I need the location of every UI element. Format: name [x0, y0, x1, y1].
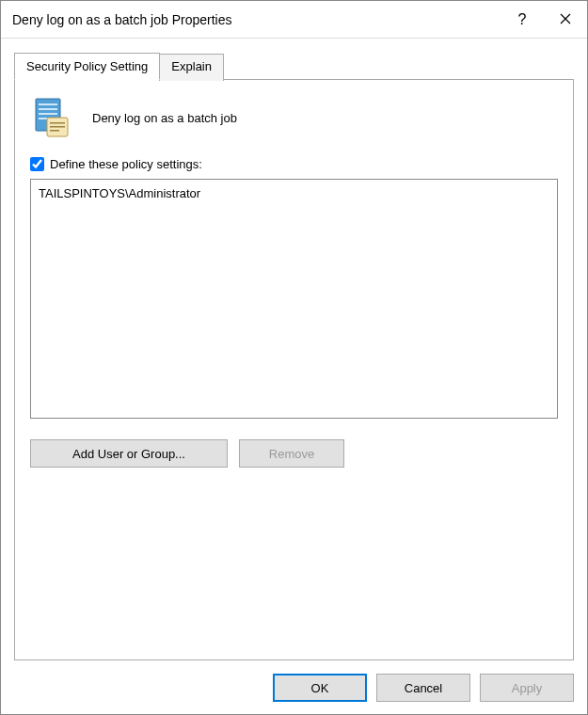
- define-checkbox-row[interactable]: Define these policy settings:: [30, 157, 558, 171]
- apply-button[interactable]: Apply: [480, 674, 574, 702]
- tab-explain[interactable]: Explain: [159, 54, 224, 81]
- window-title: Deny log on as a batch job Properties: [12, 12, 501, 27]
- tabstrip: Security Policy Setting Explain: [14, 52, 574, 79]
- help-button[interactable]: ?: [501, 1, 544, 39]
- define-checkbox-label: Define these policy settings:: [50, 157, 202, 171]
- svg-rect-3: [39, 113, 57, 115]
- dialog-footer: OK Cancel Apply: [1, 661, 587, 714]
- policy-name: Deny log on as a batch job: [92, 111, 237, 125]
- principals-listbox[interactable]: TAILSPINTOYS\Administrator: [30, 179, 558, 419]
- list-item[interactable]: TAILSPINTOYS\Administrator: [39, 185, 549, 201]
- tab-security-policy-setting[interactable]: Security Policy Setting: [14, 53, 160, 80]
- svg-rect-6: [50, 122, 65, 124]
- ok-button[interactable]: OK: [273, 674, 367, 702]
- client-area: Security Policy Setting Explain Deny log…: [1, 39, 587, 661]
- add-user-or-group-button[interactable]: Add User or Group...: [30, 439, 228, 468]
- policy-icon: [30, 95, 75, 140]
- svg-rect-1: [39, 103, 57, 105]
- svg-rect-8: [50, 130, 59, 132]
- svg-rect-7: [50, 126, 65, 128]
- list-buttons-row: Add User or Group... Remove: [30, 439, 558, 468]
- policy-header: Deny log on as a batch job: [30, 95, 558, 140]
- define-checkbox[interactable]: [30, 157, 44, 171]
- titlebar: Deny log on as a batch job Properties ?: [1, 1, 587, 39]
- remove-button[interactable]: Remove: [239, 439, 344, 468]
- svg-rect-2: [39, 108, 57, 110]
- close-button[interactable]: [544, 1, 587, 39]
- tab-panel: Deny log on as a batch job Define these …: [14, 79, 574, 660]
- cancel-button[interactable]: Cancel: [376, 674, 470, 702]
- close-icon: [560, 9, 571, 29]
